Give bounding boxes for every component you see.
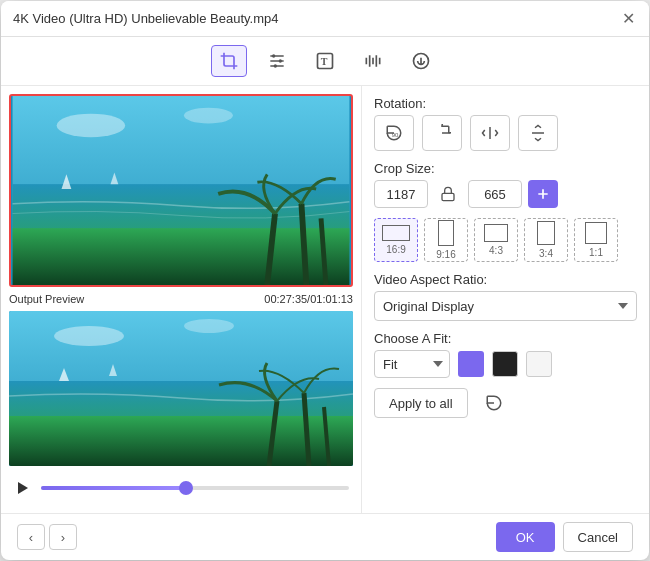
ratio-16-9-label: 16:9: [386, 244, 405, 255]
ratio-4-3[interactable]: 4:3: [474, 218, 518, 262]
crop-height-input[interactable]: [468, 180, 522, 208]
ratio-16-9[interactable]: 16:9: [374, 218, 418, 262]
lock-icon[interactable]: [434, 180, 462, 208]
color-white[interactable]: [526, 351, 552, 377]
svg-line-22: [321, 218, 326, 285]
title-bar: 4K Video (Ultra HD) Unbelievable Beauty.…: [1, 1, 649, 37]
next-button[interactable]: ›: [49, 524, 77, 550]
content-area: Output Preview 00:27:35/01:01:13: [1, 86, 649, 513]
main-window: 4K Video (Ultra HD) Unbelievable Beauty.…: [1, 1, 649, 560]
svg-point-19: [184, 108, 233, 124]
choose-fit-section: Choose A Fit: Fit Fill Stretch: [374, 331, 637, 378]
prev-button[interactable]: ‹: [17, 524, 45, 550]
svg-rect-25: [9, 416, 353, 466]
crop-size-section: Crop Size:: [374, 161, 637, 208]
flip-vertical-button[interactable]: [518, 115, 558, 151]
output-preview-label: Output Preview: [9, 293, 84, 305]
crop-size-label: Crop Size:: [374, 161, 637, 176]
color-black[interactable]: [492, 351, 518, 377]
toolbar-effects[interactable]: [259, 45, 295, 77]
ratio-9-16[interactable]: 9:16: [424, 218, 468, 262]
svg-rect-16: [13, 184, 350, 243]
bottom-video-preview: [9, 311, 353, 466]
svg-point-4: [279, 59, 282, 62]
preview-labels: Output Preview 00:27:35/01:01:13: [9, 293, 353, 305]
svg-rect-35: [442, 193, 454, 200]
toolbar-audio[interactable]: [355, 45, 391, 77]
video-aspect-label: Video Aspect Ratio:: [374, 272, 637, 287]
progress-thumb[interactable]: [179, 481, 193, 495]
window-title: 4K Video (Ultra HD) Unbelievable Beauty.…: [13, 11, 278, 26]
svg-rect-15: [13, 96, 350, 285]
svg-marker-31: [18, 482, 28, 494]
rotation-label: Rotation:: [374, 96, 637, 111]
apply-to-all-button[interactable]: Apply to all: [374, 388, 468, 418]
play-button[interactable]: [13, 478, 33, 498]
timestamp-label: 00:27:35/01:01:13: [264, 293, 353, 305]
svg-text:T: T: [321, 56, 328, 67]
top-video-preview: [9, 94, 353, 287]
ratio-1-1[interactable]: 1:1: [574, 218, 618, 262]
rotation-section: Rotation: 90: [374, 96, 637, 151]
crop-size-row: [374, 180, 637, 208]
rotate-ccw-button[interactable]: 90: [374, 115, 414, 151]
ratio-presets: 16:9 9:16 4:3 3:4: [374, 218, 637, 262]
ratio-3-4[interactable]: 3:4: [524, 218, 568, 262]
ratio-3-4-label: 3:4: [539, 248, 553, 259]
rotate-cw-button[interactable]: [422, 115, 462, 151]
flip-horizontal-button[interactable]: [470, 115, 510, 151]
rotation-buttons: 90: [374, 115, 637, 151]
choose-fit-label: Choose A Fit:: [374, 331, 637, 346]
ratio-4-3-label: 4:3: [489, 245, 503, 256]
color-purple[interactable]: [458, 351, 484, 377]
toolbar-text[interactable]: T: [307, 45, 343, 77]
apply-row: Apply to all: [374, 388, 637, 418]
ratio-1-1-label: 1:1: [589, 247, 603, 258]
nav-buttons: ‹ ›: [17, 524, 77, 550]
crop-width-input[interactable]: [374, 180, 428, 208]
action-buttons: OK Cancel: [496, 522, 633, 552]
cancel-button[interactable]: Cancel: [563, 522, 633, 552]
svg-line-20: [267, 214, 275, 285]
svg-text:90: 90: [392, 132, 399, 138]
left-panel: Output Preview 00:27:35/01:01:13: [1, 86, 361, 513]
progress-track[interactable]: [41, 486, 349, 490]
footer: ‹ › OK Cancel: [1, 513, 649, 560]
svg-point-3: [272, 54, 275, 57]
svg-point-26: [54, 326, 124, 346]
ratio-9-16-label: 9:16: [436, 249, 455, 260]
svg-point-27: [184, 319, 234, 333]
svg-line-21: [301, 204, 306, 285]
ok-button[interactable]: OK: [496, 522, 555, 552]
fit-row: Fit Fill Stretch: [374, 350, 637, 378]
video-aspect-dropdown[interactable]: Original Display 16:9 4:3 1:1: [374, 291, 637, 321]
add-crop-button[interactable]: [528, 180, 558, 208]
svg-point-5: [274, 64, 277, 67]
svg-rect-17: [13, 228, 350, 285]
toolbar: T: [1, 37, 649, 86]
toolbar-watermark[interactable]: [403, 45, 439, 77]
video-aspect-section: Video Aspect Ratio: Original Display 16:…: [374, 272, 637, 321]
playback-bar: [9, 474, 353, 502]
toolbar-crop[interactable]: [211, 45, 247, 77]
right-panel: Rotation: 90: [361, 86, 649, 513]
reset-button[interactable]: [480, 389, 508, 417]
close-button[interactable]: ✕: [619, 10, 637, 28]
progress-fill: [41, 486, 186, 490]
fit-dropdown[interactable]: Fit Fill Stretch: [374, 350, 450, 378]
svg-point-18: [57, 114, 126, 138]
